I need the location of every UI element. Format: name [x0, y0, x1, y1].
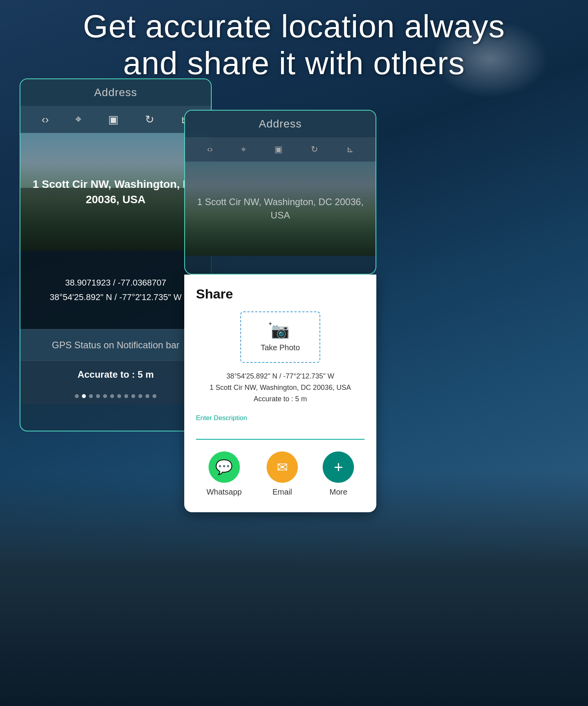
share-panel: Share + 📷 Take Photo 38°54'25.892" N / -…	[184, 275, 376, 512]
more-button-wrap[interactable]: + More	[323, 451, 354, 497]
card-front-address-text: 1 Scott Cir NW, Washington, DC 20036, US…	[197, 197, 364, 220]
share-title: Share	[196, 286, 365, 302]
share-icon[interactable]: ‹›	[42, 113, 49, 126]
email-button-wrap[interactable]: ✉ Email	[267, 451, 298, 497]
card-back-coords-text: 38.9071923 / -77.0368707 38°54'25.892" N…	[50, 275, 181, 305]
whatsapp-label: Whatsapp	[207, 488, 242, 497]
description-input[interactable]	[196, 424, 365, 440]
card-back-coords: 38.9071923 / -77.0368707 38°54'25.892" N…	[20, 251, 211, 329]
share-buttons: 💬 Whatsapp ✉ Email + More	[196, 451, 365, 497]
coords-line2: 38°54'25.892" N / -77°2'12.735" W	[50, 290, 181, 304]
save-icon[interactable]: ▣	[108, 113, 118, 126]
location-icon[interactable]: ⌖	[75, 113, 82, 126]
front-save-icon[interactable]: ▣	[274, 144, 283, 155]
share-info-line1: 38°54'25.892" N / -77°2'12.735" W	[196, 371, 365, 382]
email-button[interactable]: ✉	[267, 451, 298, 483]
share-info-line2: 1 Scott Cir NW, Washington, DC 20036, US…	[196, 382, 365, 393]
dot-1[interactable]	[82, 394, 86, 398]
share-info-line3: Accurate to : 5 m	[196, 393, 365, 405]
card-back-gps: GPS Status on Notification bar	[20, 329, 211, 360]
camera-icon-wrapper: + 📷	[271, 322, 289, 339]
dot-8[interactable]	[131, 394, 135, 398]
coords-line1: 38.9071923 / -77.0368707	[50, 275, 181, 290]
more-button[interactable]: +	[323, 451, 354, 483]
description-label: Enter Description	[196, 414, 365, 422]
front-refresh-icon[interactable]: ↻	[311, 144, 318, 155]
dot-10[interactable]	[145, 394, 149, 398]
card-back-title: Address	[94, 86, 137, 98]
dot-2[interactable]	[89, 394, 93, 398]
more-label: More	[330, 488, 348, 497]
card-front-title: Address	[259, 118, 302, 130]
take-photo-label: Take Photo	[261, 343, 300, 352]
share-info-text: 38°54'25.892" N / -77°2'12.735" W 1 Scot…	[196, 371, 365, 404]
headline-section: Get accurate location always and share i…	[0, 8, 588, 82]
dot-9[interactable]	[138, 394, 142, 398]
whatsapp-icon: 💬	[215, 459, 233, 475]
card-front-address: 1 Scott Cir NW, Washington, DC 20036, US…	[185, 187, 376, 229]
card-back: Address ‹› ⌖ ▣ ↻ ⊾ 1 Scott Cir NW, Washi…	[20, 78, 212, 431]
refresh-icon[interactable]: ↻	[145, 113, 154, 126]
pagination-dots	[20, 388, 211, 404]
card-front-toolbar: ‹› ⌖ ▣ ↻ ⊾	[185, 137, 376, 162]
card-back-map-overlay: 1 Scott Cir NW, Washington, DC 20036, US…	[20, 133, 211, 251]
front-location-icon[interactable]: ⌖	[241, 144, 246, 155]
dot-0[interactable]	[75, 394, 79, 398]
email-label: Email	[272, 488, 292, 497]
card-front-header: Address	[185, 111, 376, 137]
card-back-map: 1 Scott Cir NW, Washington, DC 20036, US…	[20, 133, 211, 251]
whatsapp-button[interactable]: 💬	[209, 451, 240, 483]
dot-6[interactable]	[117, 394, 121, 398]
headline-line2: and share it with others	[123, 45, 465, 81]
dot-4[interactable]	[103, 394, 107, 398]
front-grid-icon[interactable]: ⊾	[347, 144, 354, 155]
card-back-address: 1 Scott Cir NW, Washington, DC 20036, US…	[20, 169, 211, 215]
camera-icon: 📷	[271, 322, 289, 339]
card-front: Address ‹› ⌖ ▣ ↻ ⊾ 1 Scott Cir NW, Washi…	[184, 110, 376, 275]
gps-status-text: GPS Status on Notification bar	[52, 340, 180, 351]
dot-5[interactable]	[110, 394, 114, 398]
card-back-header: Address	[20, 79, 211, 106]
take-photo-box[interactable]: + 📷 Take Photo	[240, 311, 320, 363]
card-back-address-text: 1 Scott Cir NW, Washington, DC 20036, US…	[33, 178, 199, 206]
dot-3[interactable]	[96, 394, 100, 398]
card-back-accuracy: Accurate to : 5 m	[20, 360, 211, 388]
headline-line1: Get accurate location always	[83, 8, 505, 44]
card-front-map: 1 Scott Cir NW, Washington, DC 20036, US…	[185, 162, 376, 256]
card-back-toolbar: ‹› ⌖ ▣ ↻ ⊾	[20, 106, 211, 133]
accuracy-text: Accurate to : 5 m	[78, 369, 154, 380]
headline-text: Get accurate location always and share i…	[24, 8, 564, 82]
camera-plus-icon: +	[269, 320, 272, 327]
dot-7[interactable]	[124, 394, 128, 398]
take-photo-container: + 📷 Take Photo	[196, 311, 365, 363]
email-icon: ✉	[277, 459, 288, 475]
more-icon: +	[334, 459, 343, 476]
dot-11[interactable]	[152, 394, 156, 398]
whatsapp-button-wrap[interactable]: 💬 Whatsapp	[207, 451, 242, 497]
card-front-map-overlay: 1 Scott Cir NW, Washington, DC 20036, US…	[185, 162, 376, 256]
front-share-icon[interactable]: ‹›	[207, 144, 213, 155]
